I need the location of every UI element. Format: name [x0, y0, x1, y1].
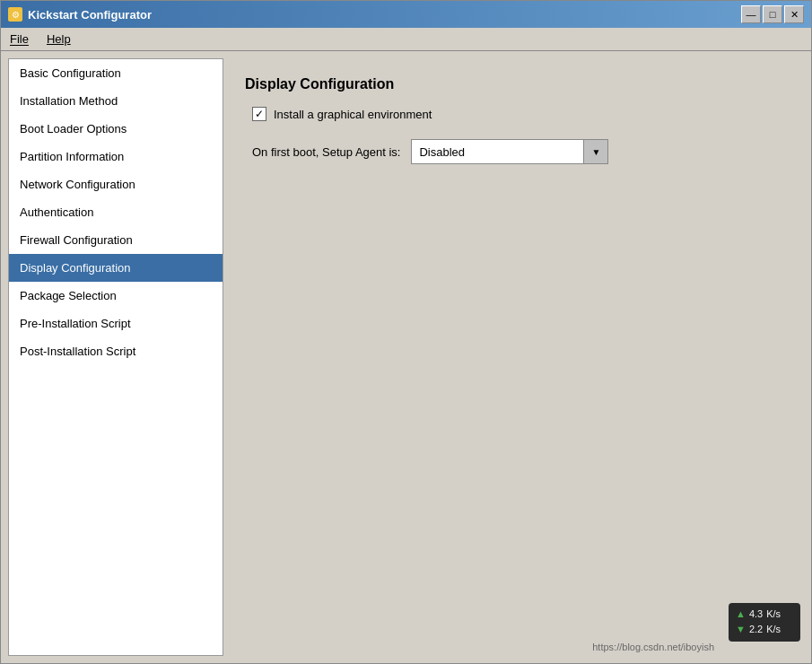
close-button[interactable]: ✕	[784, 5, 804, 23]
sidebar-item-display-configuration[interactable]: Display Configuration	[9, 254, 223, 282]
setup-agent-row: On first boot, Setup Agent is: Disabled …	[252, 139, 782, 164]
main-window: ⚙ Kickstart Configurator — □ ✕ File Help…	[0, 0, 812, 664]
title-bar-left: ⚙ Kickstart Configurator	[8, 7, 152, 22]
sidebar-item-basic-configuration[interactable]: Basic Configuration	[9, 59, 223, 87]
upload-unit: K/s	[766, 607, 781, 623]
network-upload-row: ▲ 4.3K/s	[736, 607, 793, 623]
menu-item-help[interactable]: Help	[38, 30, 80, 48]
setup-agent-label: On first boot, Setup Agent is:	[252, 145, 400, 159]
window-title: Kickstart Configurator	[28, 8, 152, 22]
sidebar-item-package-selection[interactable]: Package Selection	[9, 282, 223, 310]
download-unit: K/s	[766, 622, 781, 638]
sidebar-item-authentication[interactable]: Authentication	[9, 198, 223, 226]
sidebar-item-pre-installation-script[interactable]: Pre-Installation Script	[9, 310, 223, 337]
section-title: Display Configuration	[245, 76, 782, 92]
sidebar-item-partition-information[interactable]: Partition Information	[9, 143, 223, 170]
sidebar-item-installation-method[interactable]: Installation Method	[9, 87, 223, 115]
sidebar: Basic Configuration Installation Method …	[8, 58, 223, 656]
download-arrow-icon: ▼	[736, 622, 746, 638]
setup-agent-select[interactable]: Disabled Enabled Enabled, but not defaul…	[411, 139, 608, 164]
upload-arrow-icon: ▲	[736, 607, 746, 623]
main-content-panel: Display Configuration ✓ Install a graphi…	[223, 58, 804, 656]
install-graphical-checkbox[interactable]: ✓	[252, 107, 266, 121]
network-download-row: ▼ 2.2K/s	[736, 622, 793, 638]
watermark: https://blog.csdn.net/iboyish	[592, 642, 714, 652]
sidebar-item-boot-loader-options[interactable]: Boot Loader Options	[9, 115, 223, 143]
content-area: Basic Configuration Installation Method …	[8, 58, 804, 656]
install-graphical-label: Install a graphical environment	[274, 108, 432, 121]
sidebar-item-network-configuration[interactable]: Network Configuration	[9, 170, 223, 198]
app-icon: ⚙	[8, 7, 22, 22]
install-graphical-row: ✓ Install a graphical environment	[252, 107, 782, 121]
app-icon-glyph: ⚙	[12, 10, 20, 20]
title-bar-buttons: — □ ✕	[741, 5, 804, 23]
menu-item-file[interactable]: File	[1, 30, 38, 48]
maximize-button[interactable]: □	[763, 5, 782, 23]
network-widget: ▲ 4.3K/s ▼ 2.2K/s	[729, 603, 800, 642]
sidebar-item-post-installation-script[interactable]: Post-Installation Script	[9, 337, 223, 365]
menu-bar: File Help	[1, 28, 811, 51]
minimize-button[interactable]: —	[741, 5, 761, 23]
setup-agent-dropdown-wrapper: Disabled Enabled Enabled, but not defaul…	[411, 139, 608, 164]
upload-value: 4.3	[749, 607, 763, 623]
download-value: 2.2	[749, 622, 763, 638]
title-bar: ⚙ Kickstart Configurator — □ ✕	[1, 1, 811, 28]
sidebar-item-firewall-configuration[interactable]: Firewall Configuration	[9, 226, 223, 254]
checkbox-check-mark: ✓	[255, 109, 264, 119]
